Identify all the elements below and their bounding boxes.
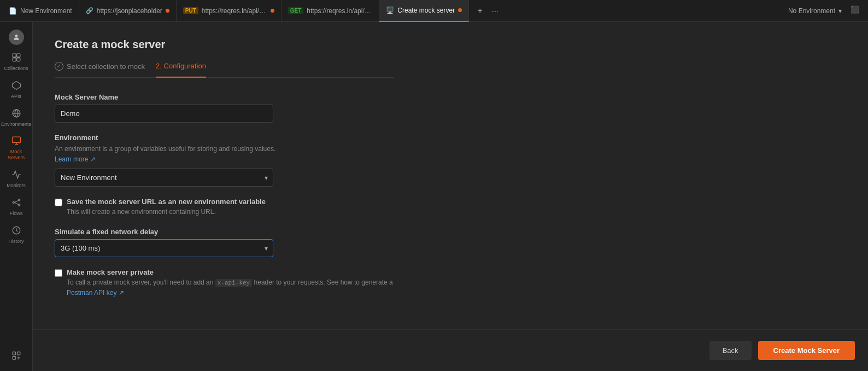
console-icon[interactable]: ⬛: [851, 5, 861, 16]
unsaved-dot: [166, 9, 169, 13]
flows-label: Flows: [10, 211, 23, 217]
add-tab-button[interactable]: +: [473, 4, 486, 18]
tab-label: Create mock server: [397, 7, 455, 14]
tab-jsonplaceholder[interactable]: 🔗 https://jsonplaceholder: [79, 0, 177, 22]
private-group: Make mock server private To call a priva…: [55, 268, 394, 298]
bottom-actions: Back Create Mock Server: [33, 329, 868, 371]
content-area: Create a mock server ✓ Select collection…: [33, 22, 868, 371]
tab-put-reqres[interactable]: PUT https://reqres.in/api/use: [177, 0, 281, 22]
main-layout: Collections APIs Environments Mock Serve…: [0, 22, 868, 371]
environment-select[interactable]: New Environment No Environment: [55, 169, 273, 187]
back-button[interactable]: Back: [709, 341, 752, 360]
mock-server-name-input[interactable]: [55, 105, 273, 123]
tab-label: https://reqres.in/api/use: [202, 7, 267, 15]
svg-rect-3: [13, 58, 16, 61]
svg-marker-5: [12, 81, 20, 89]
tab-get-reqres[interactable]: GET https://reqres.in/api/use: [281, 0, 380, 22]
mock-page: Create a mock server ✓ Select collection…: [33, 22, 415, 371]
private-content: Make mock server private To call a priva…: [67, 268, 394, 298]
chevron-down-icon: ▾: [838, 7, 842, 15]
save-url-checkbox[interactable]: [55, 199, 62, 206]
svg-point-10: [18, 204, 20, 206]
unsaved-dot: [271, 9, 274, 13]
mock-server-name-group: Mock Server Name: [55, 93, 394, 123]
sidebar-item-history[interactable]: History: [1, 221, 32, 249]
step-label: Select collection to mock: [67, 62, 145, 71]
put-method-badge: PUT: [183, 7, 198, 14]
sidebar-item-monitors[interactable]: Monitors: [1, 165, 32, 193]
more-tabs-button[interactable]: ···: [489, 5, 502, 16]
svg-rect-13: [17, 352, 20, 355]
user-avatar[interactable]: [9, 30, 24, 45]
environment-description: An environment is a group of variables u…: [55, 145, 394, 153]
svg-rect-2: [16, 54, 20, 57]
collections-icon: [11, 53, 21, 64]
environments-label: Environments: [1, 121, 31, 127]
unsaved-dot: [458, 8, 462, 12]
environment-selector[interactable]: No Environment ▾: [784, 5, 846, 17]
mock-server-name-label: Mock Server Name: [55, 93, 394, 101]
learn-more-link[interactable]: Learn more ↗: [55, 155, 96, 163]
tab-label: New Environment: [20, 7, 72, 15]
extensions-icon: [11, 351, 21, 362]
mock-servers-icon: [11, 136, 21, 147]
step-check-icon: ✓: [55, 62, 63, 71]
svg-rect-14: [13, 357, 15, 360]
svg-rect-12: [13, 352, 15, 355]
page-title: Create a mock server: [55, 38, 394, 51]
monitors-label: Monitors: [7, 183, 26, 189]
apis-label: APIs: [11, 94, 21, 100]
tab-actions: + ···: [469, 4, 506, 18]
sidebar-item-apis[interactable]: APIs: [1, 76, 32, 104]
monitors-icon: [11, 170, 21, 181]
svg-point-8: [13, 201, 14, 203]
sidebar: Collections APIs Environments Mock Serve…: [0, 22, 33, 371]
postman-api-link[interactable]: Postman API key ↗: [67, 289, 124, 297]
api-key-code: x-api-key: [215, 279, 252, 287]
tab-bar: 📄 New Environment 🔗 https://jsonplacehol…: [0, 0, 868, 22]
collections-label: Collections: [4, 66, 28, 72]
link-icon: 🔗: [86, 7, 93, 14]
tab-new-environment[interactable]: 📄 New Environment: [2, 0, 79, 22]
environments-icon: [11, 108, 21, 120]
svg-rect-4: [16, 58, 20, 61]
private-label: Make mock server private: [67, 268, 394, 276]
document-icon: 📄: [9, 7, 17, 15]
mock-servers-label: Mock Servers: [3, 149, 30, 161]
save-url-group: Save the mock server URL as an new envir…: [55, 198, 394, 217]
network-delay-select[interactable]: No delay 3G (100 ms) 2G (300 ms) GPRS (5…: [55, 239, 273, 257]
apis-icon: [11, 80, 21, 92]
environment-group: Environment An environment is a group of…: [55, 134, 394, 187]
step-label: 2. Configuration: [156, 62, 206, 70]
private-description: To call a private mock server, you'll ne…: [67, 277, 394, 298]
sidebar-item-environments[interactable]: Environments: [1, 104, 32, 132]
svg-point-9: [18, 199, 20, 201]
step-select-collection[interactable]: ✓ Select collection to mock: [55, 62, 145, 71]
create-mock-server-button[interactable]: Create Mock Server: [758, 341, 855, 360]
flows-icon: [11, 198, 21, 209]
tab-label: https://reqres.in/api/use: [307, 7, 372, 15]
sidebar-item-collections[interactable]: Collections: [1, 48, 32, 76]
save-url-description: This will create a new environment conta…: [67, 207, 266, 217]
network-delay-group: Simulate a fixed network delay No delay …: [55, 228, 394, 257]
private-desc-1: To call a private mock server, you'll ne…: [67, 279, 215, 286]
steps-nav: ✓ Select collection to mock 2. Configura…: [55, 62, 394, 78]
network-delay-label: Simulate a fixed network delay: [55, 228, 394, 236]
sidebar-item-mock-servers[interactable]: Mock Servers: [1, 131, 32, 165]
step-configuration[interactable]: 2. Configuration: [156, 62, 206, 78]
sidebar-item-extensions[interactable]: [1, 346, 32, 367]
server-icon: 🖥️: [386, 7, 394, 14]
svg-rect-7: [12, 137, 20, 143]
environment-label: Environment: [55, 134, 394, 142]
sidebar-bottom: [1, 346, 32, 371]
private-checkbox[interactable]: [55, 269, 62, 277]
tab-bar-right: No Environment ▾ ⬛: [784, 5, 868, 17]
tab-create-mock-server[interactable]: 🖥️ Create mock server: [379, 0, 469, 22]
svg-point-0: [15, 34, 17, 37]
env-selector-label: No Environment: [788, 7, 835, 15]
private-checkbox-row: Make mock server private To call a priva…: [55, 268, 394, 298]
network-delay-select-container: No delay 3G (100 ms) 2G (300 ms) GPRS (5…: [55, 239, 273, 257]
sidebar-item-flows[interactable]: Flows: [1, 193, 32, 221]
get-method-badge: GET: [288, 7, 304, 14]
history-label: History: [8, 239, 24, 245]
